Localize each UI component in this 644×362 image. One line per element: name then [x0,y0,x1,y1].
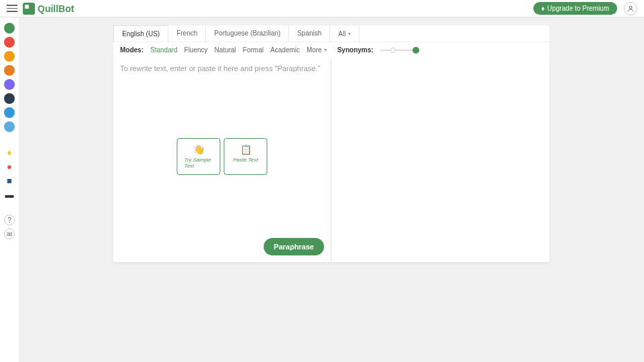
mac-icon[interactable]: ▬ [4,189,15,200]
logo-icon [23,3,35,15]
cowriter-icon[interactable] [4,65,15,76]
lang-tab-spanish[interactable]: Spanish [289,25,330,42]
main-layout: ♦●■▬ ?✉ English (US)FrenchPortuguese (Br… [0,17,644,362]
modes-bar: Modes: StandardFluencyNaturalFormalAcade… [113,42,549,58]
input-placeholder: To rewrite text, enter or paste it here … [120,64,324,72]
sidebar: ♦●■▬ ?✉ [0,17,19,362]
wave-icon: 👋 [193,144,205,155]
lang-tab-englishus[interactable]: English (US) [113,25,168,42]
mode-fluency[interactable]: Fluency [184,46,208,54]
sample-label: Try Sample Text [184,157,213,169]
flow-icon[interactable] [4,121,15,132]
mode-more[interactable]: More ▾ [307,46,327,54]
citation-icon[interactable] [4,107,15,118]
language-tabs: English (US)FrenchPortuguese (Brazilian)… [113,25,549,42]
editor-area: To rewrite text, enter or paste it here … [113,58,549,262]
tool-container: English (US)FrenchPortuguese (Brazilian)… [113,25,549,362]
diamond-icon: ♦ [541,5,545,12]
paste-text-button[interactable]: 📋 Paste Text [224,138,268,175]
user-icon[interactable] [624,2,637,15]
contact-icon[interactable]: ✉ [4,229,15,239]
mode-natural[interactable]: Natural [215,46,236,54]
summarizer-icon[interactable] [4,79,15,90]
grammar-icon[interactable] [4,37,15,48]
mode-standard[interactable]: Standard [150,46,178,54]
upgrade-label: Upgrade to Premium [547,5,609,12]
header-right: ♦ Upgrade to Premium [533,2,637,15]
paraphrase-button[interactable]: Paraphrase [264,238,324,255]
try-sample-button[interactable]: 👋 Try Sample Text [177,138,221,175]
sample-buttons: 👋 Try Sample Text 📋 Paste Text [177,138,268,175]
logo[interactable]: QuillBot [23,3,74,15]
output-pane [331,58,549,262]
lang-tab-all[interactable]: All▾ [330,25,360,42]
logo-text: QuillBot [38,3,74,14]
plagiarism-icon[interactable] [4,51,15,62]
content-area: English (US)FrenchPortuguese (Brazilian)… [19,17,644,362]
lang-tab-french[interactable]: French [168,25,206,42]
chrome-icon[interactable]: ● [4,161,15,172]
upgrade-button[interactable]: ♦ Upgrade to Premium [533,2,617,15]
menu-button[interactable] [7,3,17,14]
translator-icon[interactable] [4,93,15,104]
input-pane[interactable]: To rewrite text, enter or paste it here … [113,58,331,262]
svg-point-0 [629,6,632,9]
help-icon[interactable]: ? [4,215,15,225]
premium-icon[interactable]: ♦ [4,147,15,158]
synonyms-slider[interactable] [380,50,419,51]
chevron-down-icon: ▾ [348,31,351,37]
header-left: QuillBot [7,3,74,15]
modes-label: Modes: [120,46,144,54]
mode-academic[interactable]: Academic [270,46,300,54]
header: QuillBot ♦ Upgrade to Premium [0,0,644,17]
mode-formal[interactable]: Formal [243,46,264,54]
chevron-down-icon: ▾ [324,47,327,53]
synonyms-label: Synonyms: [337,46,374,54]
paste-label: Paste Text [233,157,258,163]
lang-tab-portuguesebrazilian[interactable]: Portuguese (Brazilian) [206,25,289,42]
clipboard-icon: 📋 [240,144,252,155]
word-icon[interactable]: ■ [4,175,15,186]
paraphraser-icon[interactable] [4,23,15,34]
